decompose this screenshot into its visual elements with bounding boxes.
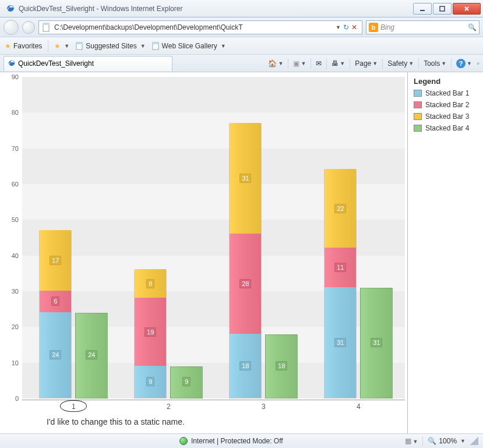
page-icon (75, 42, 83, 50)
bar-value-label: 6 (51, 297, 59, 306)
legend-label: Stacked Bar 1 (425, 89, 469, 97)
bar-value-label: 22 (334, 204, 346, 213)
compat-button[interactable]: ▦▼ (405, 437, 418, 445)
svg-rect-5 (76, 43, 82, 44)
print-button[interactable]: 🖶▼ (329, 59, 347, 68)
x-tick-label: 4 (357, 403, 361, 411)
mail-button[interactable]: ✉ (313, 59, 324, 68)
y-tick-label: 80 (12, 109, 19, 116)
y-tick-label: 10 (12, 359, 19, 366)
svg-rect-1 (440, 6, 445, 11)
bar-segment: 22 (325, 169, 356, 248)
resize-grip[interactable] (470, 437, 478, 445)
tab-label: QuickDevTest_Silveright (18, 59, 94, 68)
star-add-icon: ★ (54, 42, 61, 50)
tab-row: QuickDevTest_Silveright 🏠▼ ▣▼ ✉ 🖶▼ Page▼… (0, 55, 483, 72)
close-button[interactable] (453, 3, 481, 15)
legend-swatch (414, 101, 422, 108)
annotation-circle (60, 400, 87, 412)
address-bar[interactable]: ▼ ↻ ✕ (38, 20, 362, 34)
legend-item: Stacked Bar 2 (414, 101, 477, 109)
legend-label: Stacked Bar 4 (425, 124, 469, 132)
address-input[interactable] (53, 23, 333, 32)
mail-icon: ✉ (316, 59, 322, 68)
bar-segment: 18 (230, 334, 261, 398)
search-box[interactable]: b Bing 🔍 (366, 20, 480, 34)
safety-menu[interactable]: Safety▼ (385, 59, 416, 68)
bar-value-label: 18 (239, 361, 251, 371)
bar-segment: 31 (230, 123, 261, 234)
grid-band (22, 77, 405, 112)
ie-icon (8, 59, 16, 68)
svg-rect-0 (420, 10, 425, 11)
back-button[interactable] (3, 20, 19, 35)
address-dropdown-icon[interactable]: ▼ (336, 24, 341, 30)
zoom-control[interactable]: 🔍100%▼ (428, 437, 466, 445)
bar-value-label: 18 (276, 361, 287, 371)
bar-value-label: 19 (144, 327, 156, 337)
globe-icon (179, 437, 188, 445)
legend-label: Stacked Bar 3 (425, 112, 469, 121)
legend-item: Stacked Bar 1 (414, 89, 477, 97)
bar-segment: 17 (40, 230, 71, 291)
suggested-sites-link[interactable]: Suggested Sites▼ (75, 42, 145, 50)
web-slice-link[interactable]: Web Slice Gallery▼ (151, 42, 226, 50)
x-tick-label: 2 (167, 403, 171, 411)
print-icon: 🖶 (332, 59, 339, 68)
stacked-bar: 24617 (39, 231, 72, 398)
legend-item: Stacked Bar 4 (414, 124, 477, 132)
page-icon (151, 42, 160, 50)
legend-swatch (414, 125, 422, 132)
add-favorite-button[interactable]: ★▼ (54, 42, 69, 50)
side-bar: 9 (170, 366, 203, 398)
y-tick-label: 50 (12, 216, 19, 223)
bar-value-label: 31 (334, 338, 346, 347)
bar-value-label: 24 (50, 350, 61, 359)
maximize-button[interactable] (433, 3, 452, 15)
side-bar: 18 (265, 334, 298, 398)
favorites-bar: ★Favorites ★▼ Suggested Sites▼ Web Slice… (0, 37, 483, 55)
bar-value-label: 8 (146, 279, 154, 288)
page-menu[interactable]: Page▼ (352, 59, 380, 68)
y-tick-label: 0 (15, 395, 19, 402)
compat-icon: ▦ (405, 437, 411, 445)
home-button[interactable]: 🏠▼ (266, 59, 285, 68)
y-tick-label: 70 (12, 145, 19, 152)
grid-band (22, 112, 405, 148)
bar-value-label: 9 (146, 377, 154, 386)
feeds-button[interactable]: ▣▼ (291, 59, 308, 68)
bar-value-label: 9 (182, 377, 191, 386)
bar-segment: 24 (40, 312, 71, 398)
help-icon: ? (456, 59, 466, 68)
window-title: QuickDevTest_Silveright - Windows Intern… (19, 5, 412, 13)
ie-icon (6, 4, 15, 13)
search-icon[interactable]: 🔍 (468, 23, 477, 31)
x-tick-label: 3 (262, 403, 266, 411)
titlebar: QuickDevTest_Silveright - Windows Intern… (0, 0, 483, 17)
tools-menu[interactable]: Tools▼ (421, 59, 449, 68)
bing-icon: b (369, 23, 378, 32)
nav-row: ▼ ↻ ✕ b Bing 🔍 (0, 17, 483, 37)
annotation-text: I'd like to change this to a static name… (47, 417, 185, 426)
content-area: 0102030405060708090 24617249198918283118… (0, 72, 483, 433)
zone-label: Internet | Protected Mode: Off (191, 437, 283, 445)
svg-rect-3 (43, 23, 49, 25)
forward-button[interactable] (22, 21, 35, 34)
minimize-button[interactable] (413, 3, 432, 15)
favorites-button[interactable]: ★Favorites (5, 42, 42, 50)
refresh-icon[interactable]: ↻ (343, 23, 349, 31)
stop-icon[interactable]: ✕ (351, 23, 357, 31)
tab-active[interactable]: QuickDevTest_Silveright (3, 56, 172, 71)
bar-segment: 6 (40, 291, 71, 312)
y-tick-label: 90 (12, 73, 19, 80)
bar-value-label: 11 (334, 263, 346, 272)
help-button[interactable]: ?▼ (454, 59, 474, 68)
bar-segment: 11 (325, 248, 356, 287)
bar-value-label: 31 (371, 338, 382, 347)
y-tick-label: 20 (12, 323, 19, 330)
legend-title: Legend (414, 77, 477, 86)
bar-segment: 31 (325, 287, 356, 398)
y-tick-label: 60 (12, 181, 19, 188)
bar-segment: 9 (135, 366, 166, 398)
legend-swatch (414, 113, 422, 120)
